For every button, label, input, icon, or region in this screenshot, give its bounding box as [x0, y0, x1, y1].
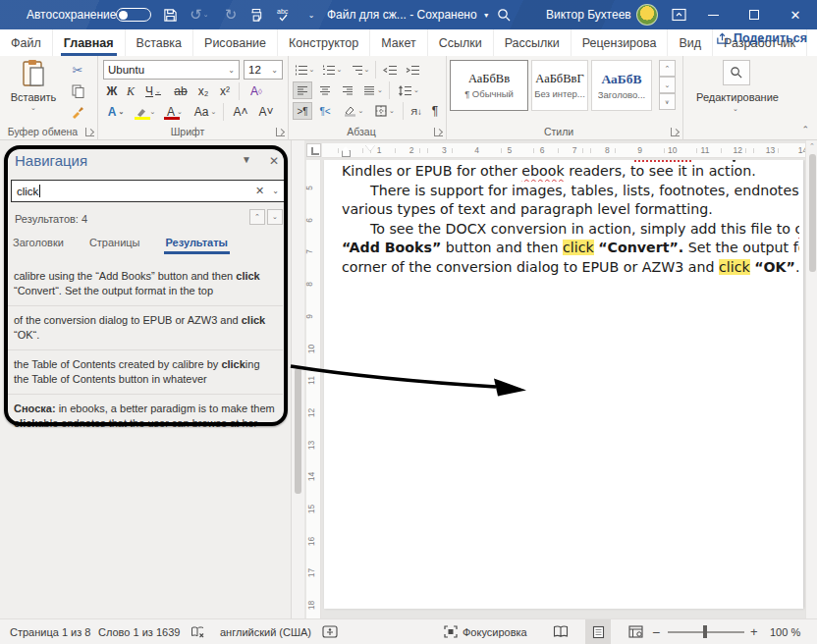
tab-Рисование[interactable]: Рисование [193, 29, 278, 56]
superscript-button[interactable]: x² [215, 82, 235, 100]
maximize-button[interactable] [735, 0, 774, 29]
language-indicator[interactable]: английский (США) [220, 619, 311, 644]
bullets-button[interactable]: ⌄ [293, 61, 316, 79]
collapse-ribbon-icon[interactable]: ⌃ [801, 125, 809, 134]
scroll-up-icon[interactable]: ⌃ [806, 142, 817, 150]
document-text[interactable]: Kindles or EPUB for other ebook readers,… [342, 162, 799, 278]
user-name[interactable]: Виктор Бухтеев [546, 0, 631, 29]
nav-tab-Страницы[interactable]: Страницы [89, 237, 140, 254]
paste-dropdown-icon[interactable]: ⌄ [30, 104, 36, 112]
paste-button[interactable]: Вставить ⌄ [6, 59, 61, 135]
close-button[interactable]: ✕ [776, 0, 815, 29]
tab-Справка[interactable]: Справка [807, 29, 817, 56]
undo-icon[interactable]: ↺⌄ [187, 0, 212, 29]
navigation-search-input[interactable]: click ✕ ⌄ [11, 180, 286, 202]
style-card-3[interactable]: АаБбВЗаголово... [591, 60, 652, 111]
tab-Макет[interactable]: Макет [370, 29, 427, 56]
horizontal-ruler[interactable]: 1234567891011121314 [322, 143, 805, 158]
text-effects-button[interactable]: А⌄ [103, 103, 129, 121]
zoom-slider[interactable] [668, 619, 744, 644]
zoom-percentage[interactable]: 100 % [770, 619, 800, 644]
borders-button[interactable]: ⌄ [371, 102, 399, 120]
editing-label[interactable]: Редактирование [683, 91, 791, 103]
document-title[interactable]: Файл для сж... - Сохранено▼ [327, 0, 490, 29]
search-result-2[interactable]: of the conversion dialog to EPUB or AZW3… [6, 305, 283, 349]
shading-button[interactable]: ⌄ [340, 102, 367, 120]
web-layout-button[interactable] [623, 619, 648, 644]
nav-tab-Результаты[interactable]: Результаты [166, 237, 228, 254]
print-layout-button[interactable] [585, 619, 611, 644]
copy-button[interactable] [65, 80, 90, 101]
first-line-indent-marker[interactable] [365, 145, 375, 151]
search-result-4[interactable]: Сноска: in ebooks, a better paradigm is … [6, 394, 283, 438]
text-highlight-button[interactable]: ⌄ [133, 103, 158, 121]
bold-button[interactable]: Ж [103, 82, 121, 100]
left-indent-marker[interactable] [342, 150, 351, 157]
show-marks-button[interactable]: ¶ [426, 102, 444, 120]
tab-Рецензирова[interactable]: Рецензирова [572, 29, 669, 56]
proofing-status-icon[interactable] [191, 619, 205, 644]
word-count[interactable]: Слово 1 из 1639 [98, 619, 180, 644]
format-painter-button[interactable] [65, 101, 90, 122]
align-center-button[interactable] [315, 81, 335, 99]
editing-dropdown-icon[interactable]: ⌄ [733, 105, 738, 113]
styles-dialog-launcher[interactable] [671, 128, 680, 136]
customize-quick-access-icon[interactable]: ⌄ [299, 0, 324, 29]
grow-font-button[interactable]: А˄ [229, 103, 252, 121]
next-result-button[interactable]: ⌄ [267, 209, 283, 225]
font-dialog-launcher[interactable] [276, 128, 285, 136]
document-page[interactable]: Kindles or EPUB for other ebook readers,… [324, 160, 803, 609]
minimize-button[interactable] [693, 0, 733, 29]
clear-search-icon[interactable]: ✕ [255, 185, 264, 197]
search-options-icon[interactable]: ⌄ [272, 187, 279, 195]
tab-Вид[interactable]: Вид [668, 29, 713, 56]
underline-button[interactable]: Ч⌄ [140, 82, 166, 100]
tab-Файл[interactable]: Файл [0, 29, 53, 56]
style-card-1[interactable]: АаБбВв¶ Обычный [450, 60, 528, 111]
sort-button[interactable]: Я↓ [407, 102, 426, 120]
document-scrollbar[interactable]: ⌃ [805, 140, 817, 618]
font-name-combo[interactable]: Ubuntu⌄ [103, 60, 240, 80]
styles-scroll-up-icon[interactable]: ⌃ [659, 60, 676, 77]
align-right-button[interactable] [338, 81, 357, 99]
shrink-font-button[interactable]: А˅ [254, 103, 278, 121]
style-card-2[interactable]: АаБбВвГБез интер... [531, 60, 588, 111]
styles-gallery-more-icon[interactable]: ⩛ [659, 93, 676, 110]
tab-selector-box[interactable] [306, 143, 321, 157]
tab-Рассылки[interactable]: Рассылки [494, 29, 572, 56]
increase-indent-button[interactable] [403, 61, 422, 79]
autosave-toggle[interactable] [116, 0, 151, 29]
nav-tab-Заголовки[interactable]: Заголовки [13, 237, 64, 254]
styles-scroll-down-icon[interactable]: ⌄ [659, 77, 676, 93]
ltr-paragraph-button[interactable]: >¶ [293, 102, 312, 120]
accessibility-status-icon[interactable] [322, 619, 338, 644]
ribbon-display-options-icon[interactable] [666, 0, 691, 29]
line-spacing-button[interactable]: ⌄ [395, 81, 422, 99]
subscript-button[interactable]: x₂ [193, 82, 213, 100]
page-indicator[interactable]: Страница 1 из 8 [10, 619, 90, 644]
tab-Главная[interactable]: Главная [53, 29, 126, 56]
save-icon[interactable] [157, 0, 183, 29]
scrollbar-thumb[interactable] [809, 154, 816, 272]
rtl-paragraph-button[interactable]: ¶< [315, 102, 335, 120]
tab-Ссылки[interactable]: Ссылки [428, 29, 494, 56]
search-result-3[interactable]: the Table of Contents created by calibre… [6, 349, 283, 394]
tab-Конструктор[interactable]: Конструктор [278, 29, 370, 56]
search-icon[interactable] [491, 0, 517, 29]
vertical-ruler[interactable]: 56789101112131415161718 [306, 160, 321, 618]
font-size-combo[interactable]: 12⌄ [244, 60, 283, 80]
zoom-out-button[interactable]: − [652, 619, 660, 644]
decrease-indent-button[interactable] [380, 61, 400, 79]
styles-scroll[interactable]: ⌃ ⌄ ⩛ [659, 60, 676, 110]
align-left-button[interactable] [293, 81, 312, 99]
pane-close-icon[interactable]: ✕ [269, 154, 279, 168]
justify-button[interactable]: ⌄ [360, 81, 386, 99]
strikethrough-button[interactable]: ab [170, 82, 191, 100]
italic-button[interactable]: К [123, 82, 138, 100]
tab-Вставка[interactable]: Вставка [126, 29, 193, 56]
read-mode-button[interactable] [548, 619, 573, 644]
share-button[interactable]: Поделиться [716, 31, 807, 45]
redo-icon[interactable]: ↻ [218, 0, 244, 29]
multilevel-list-button[interactable]: ⌄ [348, 61, 371, 79]
numbering-button[interactable]: ⌄ [320, 61, 344, 79]
